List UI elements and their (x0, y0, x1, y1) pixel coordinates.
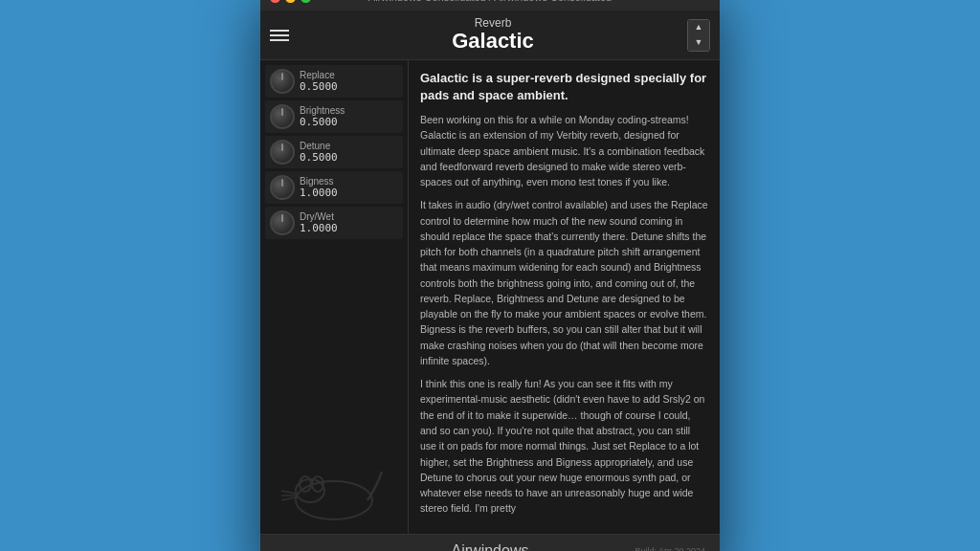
menu-button[interactable] (270, 30, 289, 41)
detune-knob[interactable] (270, 140, 295, 165)
plugin-category: Reverb (299, 16, 687, 30)
description-panel[interactable]: Galactic is a super-reverb designed spec… (409, 60, 720, 534)
drywet-control: Dry/Wet 1.0000 (265, 207, 403, 239)
replace-label: Replace (300, 70, 338, 80)
svg-line-4 (281, 491, 296, 494)
replace-knob[interactable] (270, 69, 295, 94)
preset-up-button[interactable]: ▲ (688, 20, 709, 35)
window-title: Airwindows Consolidated / Airwindows Con… (368, 0, 612, 3)
cat-decoration (281, 457, 387, 524)
bigness-control: Bigness 1.0000 (265, 171, 403, 204)
desc-para-3: I think this one is really fun! As you c… (420, 376, 708, 516)
detune-control: Detune 0.5000 (265, 136, 403, 168)
replace-value: 0.5000 (300, 80, 338, 93)
drywet-value: 1.0000 (300, 222, 338, 234)
svg-point-2 (300, 476, 311, 492)
detune-value: 0.5000 (300, 151, 338, 164)
detune-label: Detune (300, 141, 338, 151)
replace-control: Replace 0.5000 (265, 65, 403, 98)
main-content: Replace 0.5000 Brightness 0.5000 Detune … (260, 60, 720, 534)
desc-para-1: Been working on this for a while on Mond… (420, 112, 708, 189)
drywet-info: Dry/Wet 1.0000 (300, 211, 338, 234)
replace-info: Replace 0.5000 (300, 70, 338, 93)
plugin-title-area: Reverb Galactic (299, 16, 687, 53)
maximize-button[interactable] (301, 0, 311, 3)
preset-nav: ▲ ▼ (687, 19, 710, 52)
minimize-button[interactable] (285, 0, 296, 3)
bigness-value: 1.0000 (300, 187, 338, 199)
svg-point-0 (296, 481, 372, 519)
close-button[interactable] (270, 0, 280, 3)
main-window: Airwindows Consolidated / Airwindows Con… (260, 0, 720, 551)
titlebar: Airwindows Consolidated / Airwindows Con… (260, 0, 720, 11)
brightness-control: Brightness 0.5000 (265, 100, 403, 133)
controls-panel: Replace 0.5000 Brightness 0.5000 Detune … (260, 60, 409, 534)
drywet-knob[interactable] (270, 210, 295, 235)
footer: Airwindows Build: Apr 29 2024 (260, 534, 720, 551)
brightness-value: 0.5000 (300, 116, 345, 128)
drywet-label: Dry/Wet (300, 211, 338, 222)
bigness-info: Bigness 1.0000 (300, 176, 338, 199)
brightness-knob[interactable] (270, 104, 295, 129)
bigness-knob[interactable] (270, 175, 295, 200)
plugin-name: Galactic (299, 30, 687, 53)
detune-info: Detune 0.5000 (300, 141, 338, 164)
plugin-header: Reverb Galactic ▲ ▼ (260, 11, 720, 59)
build-info: Build: Apr 29 2024 (635, 546, 705, 551)
svg-line-6 (281, 497, 296, 500)
description-body: Been working on this for a while on Mond… (420, 112, 708, 517)
brightness-label: Brightness (300, 105, 345, 116)
brightness-info: Brightness 0.5000 (300, 105, 345, 128)
description-headline: Galactic is a super-reverb designed spec… (420, 70, 708, 104)
desc-para-2: It takes in audio (dry/wet control avail… (420, 197, 708, 368)
traffic-lights (270, 0, 311, 3)
preset-down-button[interactable]: ▼ (688, 35, 709, 51)
bigness-label: Bigness (300, 176, 338, 187)
